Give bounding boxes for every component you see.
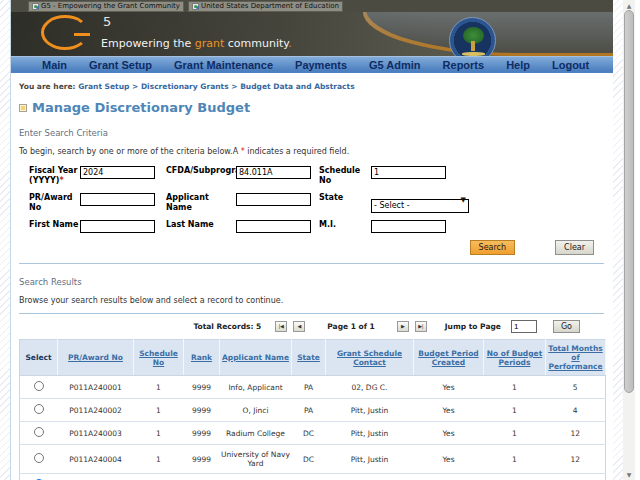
applicant-name-field[interactable] xyxy=(236,193,311,206)
schedule-no-field[interactable] xyxy=(371,166,446,179)
first-page-button[interactable]: |◀ xyxy=(275,321,287,332)
contact-cell: Pitt, Justin xyxy=(326,445,414,474)
sortable-column-link[interactable]: Schedule No xyxy=(139,349,178,367)
last-page-button[interactable]: ▶| xyxy=(415,321,427,332)
column-header: State xyxy=(292,340,326,376)
record-radio[interactable] xyxy=(34,453,44,463)
months-cell: 12 xyxy=(546,422,606,445)
record-radio[interactable] xyxy=(34,404,44,414)
column-header: Select xyxy=(20,340,58,376)
contact-cell: 02, DG C. xyxy=(326,376,414,399)
nav-item-grant-maintenance[interactable]: Grant Maintenance xyxy=(163,59,284,71)
column-header: Total Months of Performance xyxy=(546,340,606,376)
broken-images-strip: G5 - Empowering the Grant Community Unit… xyxy=(11,0,613,12)
sortable-column-link[interactable]: No of Budget Periods xyxy=(487,349,543,367)
tagline: Empowering the grant community. xyxy=(101,37,292,50)
applicant-name-label: Applicant Name xyxy=(166,193,236,213)
select-cell xyxy=(20,399,58,422)
rank-cell: 9999 xyxy=(184,445,220,474)
record-radio[interactable] xyxy=(34,427,44,437)
cfda-field[interactable] xyxy=(236,166,311,179)
sortable-column-link[interactable]: Rank xyxy=(191,353,212,362)
rank-cell: 9999 xyxy=(184,399,220,422)
last-name-label: Last Name xyxy=(166,220,236,230)
select-cell xyxy=(20,422,58,445)
table-row: P011A24000419999University of Navy YardD… xyxy=(20,445,606,474)
nav-item-main[interactable]: Main xyxy=(31,59,78,71)
masthead-banner: 5 Empowering the grant community. xyxy=(11,12,613,56)
right-margin xyxy=(635,0,640,480)
column-header: No of Budget Periods xyxy=(484,340,546,376)
nav-item-help[interactable]: Help xyxy=(495,59,541,71)
nav-item-grant-setup[interactable]: Grant Setup xyxy=(78,59,163,71)
table-row: P011A24000119999Info, ApplicantPA02, DG … xyxy=(20,376,606,399)
breadcrumb-separator: > xyxy=(129,82,141,91)
mi-field[interactable] xyxy=(371,220,446,233)
main-navigation: MainGrant SetupGrant MaintenancePayments… xyxy=(11,56,613,73)
record-radio[interactable] xyxy=(34,381,44,391)
created-cell: Yes xyxy=(414,422,484,445)
broken-image-icon xyxy=(32,3,39,10)
months-cell: 12 xyxy=(546,445,606,474)
months-cell: 4 xyxy=(546,399,606,422)
search-form: Fiscal Year (YYYY)* CFDA/Subprogram* Sch… xyxy=(19,166,604,233)
state-cell: DC xyxy=(292,474,326,480)
schedule-no-cell: 1 xyxy=(134,422,184,445)
table-row: P011A24000219999O, JinciPAPitt, JustinYe… xyxy=(20,399,606,422)
cfda-label: CFDA/Subprogram* xyxy=(166,166,236,176)
scrollbar-thumb[interactable] xyxy=(624,10,634,393)
periods-cell: 1 xyxy=(484,474,546,480)
contact-cell: Pitt, Justin xyxy=(326,399,414,422)
created-cell: Yes xyxy=(414,376,484,399)
jump-to-page-input[interactable] xyxy=(511,320,537,333)
sortable-column-link[interactable]: Budget Period Created xyxy=(418,349,478,367)
clear-button[interactable]: Clear xyxy=(555,240,594,255)
schedule-no-label: Schedule No xyxy=(319,166,371,186)
fiscal-year-field[interactable] xyxy=(80,166,155,179)
fiscal-year-label: Fiscal Year (YYYY)* xyxy=(29,166,80,186)
sortable-column-link[interactable]: Grant Schedule Contact xyxy=(337,349,402,367)
sortable-column-link[interactable]: Applicant Name xyxy=(222,353,289,362)
rank-cell: 9999 xyxy=(184,474,220,480)
next-page-button[interactable]: ▶ xyxy=(397,321,409,332)
months-cell: 12 xyxy=(546,474,606,480)
schedule-no-cell: 1 xyxy=(134,474,184,480)
main-content: You are here: Grant Setup > Discretionar… xyxy=(11,73,613,480)
pr-award-no-cell: P011A240001 xyxy=(58,376,134,399)
table-row: P011A24000519999Eastern InstituteDCYes11… xyxy=(20,474,606,480)
state-cell: DC xyxy=(292,445,326,474)
breadcrumb-link[interactable]: Grant Setup xyxy=(78,82,129,91)
column-header: Budget Period Created xyxy=(414,340,484,376)
state-cell: PA xyxy=(292,399,326,422)
periods-cell: 1 xyxy=(484,399,546,422)
go-button[interactable]: Go xyxy=(553,320,580,333)
last-name-field[interactable] xyxy=(236,220,311,233)
scrollbar[interactable]: ▲ ▼ xyxy=(623,0,635,480)
breadcrumb-separator: > xyxy=(229,82,241,91)
periods-cell: 1 xyxy=(484,376,546,399)
broken-image-alt-text: United States Department of Education xyxy=(201,2,339,10)
nav-item-logout[interactable]: Logout xyxy=(541,59,600,71)
pr-award-no-field[interactable] xyxy=(80,193,155,206)
results-table: SelectPR/Award NoSchedule NoRankApplican… xyxy=(19,339,606,480)
broken-image-icon xyxy=(192,3,199,10)
breadcrumb-link[interactable]: Budget Data and Abstracts xyxy=(240,82,354,91)
state-select[interactable]: - Select - xyxy=(371,199,469,213)
sortable-column-link[interactable]: PR/Award No xyxy=(68,353,123,362)
breadcrumb-link[interactable]: Discretionary Grants xyxy=(141,82,229,91)
nav-item-payments[interactable]: Payments xyxy=(284,59,358,71)
sortable-column-link[interactable]: State xyxy=(297,353,320,362)
prev-page-button[interactable]: ◀ xyxy=(293,321,305,332)
column-header: Rank xyxy=(184,340,220,376)
scroll-down-icon[interactable]: ▼ xyxy=(623,469,635,480)
first-name-field[interactable] xyxy=(80,220,155,233)
rank-cell: 9999 xyxy=(184,422,220,445)
nav-item-g5-admin[interactable]: G5 Admin xyxy=(358,59,432,71)
applicant-name-cell: University of Navy Yard xyxy=(220,445,292,474)
nav-item-reports[interactable]: Reports xyxy=(432,59,496,71)
column-header: Applicant Name xyxy=(220,340,292,376)
pr-award-no-cell: P011A240004 xyxy=(58,445,134,474)
sortable-column-link[interactable]: Total Months of Performance xyxy=(548,344,602,371)
total-records-value: 5 xyxy=(256,322,261,331)
search-button[interactable]: Search xyxy=(470,240,515,255)
